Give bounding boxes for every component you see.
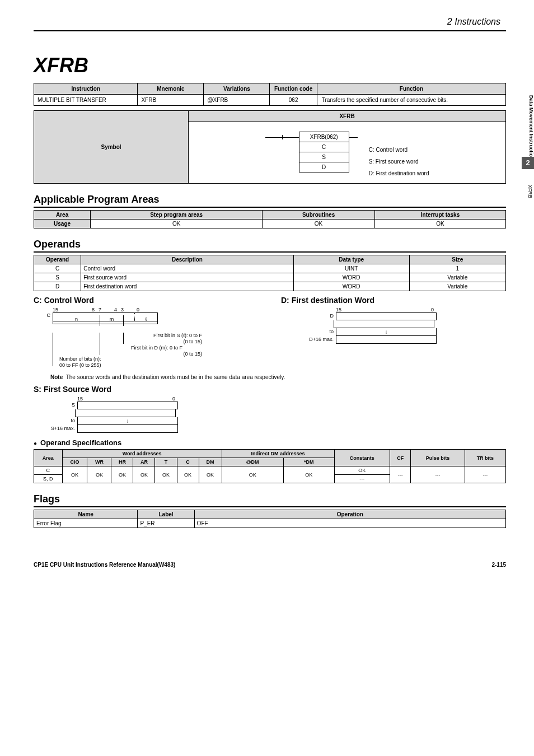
table-row: C Control word UINT 1 [34, 264, 506, 273]
sub-sword: S: First Source Word [34, 385, 506, 394]
td: P_ER [138, 519, 194, 528]
cword-line: First bit in D (m): 0 to F [131, 345, 202, 351]
th-variations: Variations [204, 83, 270, 95]
th-desc: Description [81, 255, 293, 264]
th: Label [138, 510, 194, 519]
td: First source word [81, 273, 293, 282]
symbol-header: Symbol [34, 111, 189, 184]
table-row: Usage OK OK OK [34, 220, 506, 228]
applicable-table: Area Step program areas Subroutines Inte… [34, 210, 506, 228]
s-to: to [45, 418, 75, 423]
footer: CP1E CPU Unit Instructions Reference Man… [34, 562, 506, 568]
th: *DM [283, 458, 334, 466]
td: S [34, 273, 81, 282]
td: --- [390, 466, 411, 483]
table-row: C OK OK OK OK OK OK OK OK OK OK --- --- … [34, 466, 506, 475]
th: Name [34, 510, 138, 519]
td-int: OK [374, 220, 505, 228]
d-label: D [303, 313, 334, 319]
th: WR [87, 458, 111, 466]
footer-left: CP1E CPU Unit Instructions Reference Man… [34, 562, 175, 568]
ladder-line-right [349, 137, 358, 138]
bit-label: 15 [77, 396, 172, 402]
symbol-table: Symbol XFRB XFRB(062) C S D C: Control w… [34, 110, 506, 184]
td: OK [133, 466, 155, 483]
td: C [34, 466, 63, 475]
th-type: Data type [293, 255, 409, 264]
th: T [155, 458, 177, 466]
label-s: S: First source word [369, 156, 429, 167]
td-instruction: MULTIPLE BIT TRANSFER [34, 95, 138, 106]
td-sub: OK [263, 220, 375, 228]
th-function-code: Function code [270, 83, 317, 95]
d-to: to [303, 329, 334, 334]
td: OK [155, 466, 177, 483]
th-step: Step program areas [91, 211, 263, 220]
d-max: D+16 max. [303, 337, 334, 342]
header-rule [34, 30, 506, 31]
td: OK [62, 466, 87, 483]
th: Pulse bits [411, 450, 465, 466]
cword-c-label: C [34, 312, 50, 318]
td: WORD [293, 273, 409, 282]
symbol-labels: C: Control word S: First source word D: … [369, 144, 429, 179]
td-mnemonic: XFRB [138, 95, 204, 106]
th: Word addresses [62, 450, 222, 458]
section-operands: Operands [34, 239, 506, 253]
td: D [34, 282, 81, 291]
td: First destination word [81, 282, 293, 291]
cword-line: First bit in S (ℓ): 0 to F [153, 333, 202, 339]
note: Note The source words and the destinatio… [50, 374, 506, 380]
label-c: C: Control word [369, 144, 429, 156]
th-area: Area [34, 211, 91, 220]
th-instruction: Instruction [34, 83, 138, 95]
bit-label: 7 [99, 307, 114, 312]
table-row: S First source word WORD Variable [34, 273, 506, 282]
seg-blank [124, 313, 135, 321]
td: S, D [34, 475, 63, 483]
td: --- [465, 466, 505, 483]
th-function: Function [317, 83, 505, 95]
th: DM [199, 458, 222, 466]
td: 1 [409, 264, 505, 273]
th: @DM [222, 458, 283, 466]
td: OK [334, 466, 390, 475]
td: OFF [194, 519, 505, 528]
note-label: Note [50, 374, 63, 380]
table-row: MULTIPLE BIT TRANSFER XFRB @XFRB 062 Tra… [34, 95, 506, 106]
sub-dword: D: First destination Word [281, 296, 506, 305]
th-int: Interrupt tasks [374, 211, 505, 220]
th: HR [111, 458, 133, 466]
section-flags: Flags [34, 493, 506, 507]
footer-right: 2-115 [491, 562, 506, 568]
th: TR bits [465, 450, 505, 466]
th-sub: Subroutines [263, 211, 375, 220]
td-function: Transfers the specified number of consec… [317, 95, 505, 106]
td: Error Flag [34, 519, 138, 528]
bit-label: 0 [137, 307, 139, 312]
bit-label: 0 [172, 396, 175, 402]
page-section-header: 2 Instructions [34, 17, 506, 27]
th-operand: Operand [34, 255, 81, 264]
td: OK [111, 466, 133, 483]
page-title: XFRB [34, 54, 506, 77]
td: Variable [409, 282, 505, 291]
note-text: The source words and the destination wor… [66, 374, 285, 380]
side-category: Data Movement Instructions [528, 95, 534, 163]
dword-diagram: 150 D to↓ D+16 max. [303, 307, 506, 344]
cword-line: (0 to 15) [153, 351, 202, 357]
ladder-line [265, 137, 299, 138]
section-applicable: Applicable Program Areas [34, 194, 506, 208]
td: OK [87, 466, 111, 483]
side-code: XFRB [527, 185, 533, 198]
table-row: Error Flag P_ER OFF [34, 519, 506, 528]
sub-cword: C: Control Word [34, 296, 259, 305]
th-mnemonic: Mnemonic [138, 83, 204, 95]
ladder-d: D [299, 162, 349, 172]
s-max: S+16 max. [45, 426, 75, 431]
td: C [34, 264, 81, 273]
td-variations: @XFRB [204, 95, 270, 106]
sword-diagram: 150 S to↓ S+16 max. [45, 396, 506, 433]
td-step: OK [91, 220, 263, 228]
cword-line: (0 to 15) [153, 339, 202, 345]
